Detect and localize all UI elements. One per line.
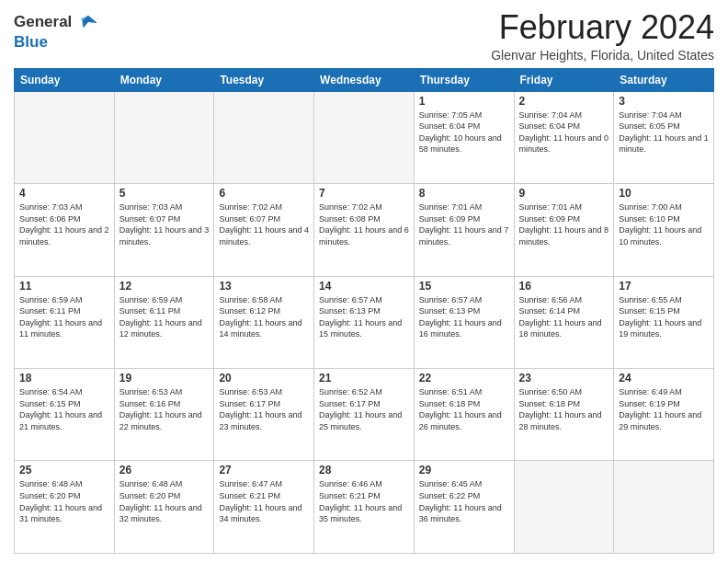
day-info: Sunrise: 6:52 AM Sunset: 6:17 PM Dayligh… (319, 386, 409, 432)
day-info: Sunrise: 7:02 AM Sunset: 6:08 PM Dayligh… (319, 201, 409, 247)
day-number: 27 (219, 464, 309, 477)
calendar-cell: 16Sunrise: 6:56 AM Sunset: 6:14 PM Dayli… (514, 276, 614, 368)
calendar-cell: 26Sunrise: 6:48 AM Sunset: 6:20 PM Dayli… (114, 461, 214, 554)
day-info: Sunrise: 7:01 AM Sunset: 6:09 PM Dayligh… (419, 201, 509, 247)
day-info: Sunrise: 6:51 AM Sunset: 6:18 PM Dayligh… (419, 386, 509, 432)
logo-line1: General (14, 13, 98, 33)
day-number: 6 (219, 187, 309, 200)
day-info: Sunrise: 6:48 AM Sunset: 6:20 PM Dayligh… (19, 478, 109, 524)
calendar-table: SundayMondayTuesdayWednesdayThursdayFrid… (14, 68, 714, 554)
calendar-cell: 20Sunrise: 6:53 AM Sunset: 6:17 PM Dayli… (214, 369, 314, 461)
day-number: 8 (419, 187, 509, 200)
calendar-cell: 6Sunrise: 7:02 AM Sunset: 6:07 PM Daylig… (214, 184, 314, 276)
column-header-wednesday: Wednesday (314, 68, 415, 91)
column-header-sunday: Sunday (15, 68, 115, 91)
day-number: 15 (419, 280, 509, 293)
day-number: 23 (519, 372, 609, 385)
day-info: Sunrise: 6:48 AM Sunset: 6:20 PM Dayligh… (119, 478, 210, 524)
day-number: 29 (419, 464, 509, 477)
calendar-cell: 11Sunrise: 6:59 AM Sunset: 6:11 PM Dayli… (15, 276, 115, 368)
calendar-cell: 13Sunrise: 6:58 AM Sunset: 6:12 PM Dayli… (214, 276, 314, 368)
column-header-friday: Friday (514, 68, 614, 91)
day-info: Sunrise: 6:59 AM Sunset: 6:11 PM Dayligh… (19, 294, 109, 340)
header: General Blue February 2024 Glenvar Heigh… (14, 9, 714, 63)
calendar-cell (614, 461, 714, 554)
day-number: 4 (19, 187, 109, 200)
calendar-cell: 1Sunrise: 7:05 AM Sunset: 6:04 PM Daylig… (414, 91, 514, 183)
calendar-cell: 28Sunrise: 6:46 AM Sunset: 6:21 PM Dayli… (314, 461, 415, 554)
day-info: Sunrise: 6:47 AM Sunset: 6:21 PM Dayligh… (219, 478, 309, 524)
calendar-cell: 10Sunrise: 7:00 AM Sunset: 6:10 PM Dayli… (614, 184, 714, 276)
day-number: 19 (119, 372, 210, 385)
day-number: 22 (419, 372, 509, 385)
day-info: Sunrise: 6:59 AM Sunset: 6:11 PM Dayligh… (119, 294, 210, 340)
calendar-cell: 7Sunrise: 7:02 AM Sunset: 6:08 PM Daylig… (314, 184, 415, 276)
calendar-cell: 12Sunrise: 6:59 AM Sunset: 6:11 PM Dayli… (114, 276, 214, 368)
calendar-cell: 23Sunrise: 6:50 AM Sunset: 6:18 PM Dayli… (514, 369, 614, 461)
logo-line2: Blue (14, 33, 98, 52)
day-number: 26 (119, 464, 210, 477)
calendar-cell: 17Sunrise: 6:55 AM Sunset: 6:15 PM Dayli… (614, 276, 714, 368)
week-row-5: 25Sunrise: 6:48 AM Sunset: 6:20 PM Dayli… (15, 461, 714, 554)
calendar-cell: 29Sunrise: 6:45 AM Sunset: 6:22 PM Dayli… (414, 461, 514, 554)
calendar-cell: 22Sunrise: 6:51 AM Sunset: 6:18 PM Dayli… (414, 369, 514, 461)
day-number: 17 (619, 280, 709, 293)
day-number: 18 (19, 372, 109, 385)
day-info: Sunrise: 6:57 AM Sunset: 6:13 PM Dayligh… (419, 294, 509, 340)
calendar-subtitle: Glenvar Heights, Florida, United States (491, 48, 714, 63)
column-header-monday: Monday (114, 68, 214, 91)
day-info: Sunrise: 7:01 AM Sunset: 6:09 PM Dayligh… (519, 201, 609, 247)
day-info: Sunrise: 6:53 AM Sunset: 6:17 PM Dayligh… (219, 386, 309, 432)
calendar-cell (114, 91, 214, 183)
calendar-body: 1Sunrise: 7:05 AM Sunset: 6:04 PM Daylig… (15, 91, 714, 553)
day-number: 28 (319, 464, 409, 477)
day-number: 1 (419, 95, 509, 108)
column-headers-row: SundayMondayTuesdayWednesdayThursdayFrid… (15, 68, 714, 91)
day-number: 13 (219, 280, 309, 293)
calendar-cell: 5Sunrise: 7:03 AM Sunset: 6:07 PM Daylig… (114, 184, 214, 276)
day-number: 14 (319, 280, 409, 293)
day-info: Sunrise: 7:04 AM Sunset: 6:04 PM Dayligh… (519, 109, 609, 155)
week-row-1: 1Sunrise: 7:05 AM Sunset: 6:04 PM Daylig… (15, 91, 714, 183)
day-number: 7 (319, 187, 409, 200)
day-info: Sunrise: 7:04 AM Sunset: 6:05 PM Dayligh… (619, 109, 709, 155)
calendar-cell: 19Sunrise: 6:53 AM Sunset: 6:16 PM Dayli… (114, 369, 214, 461)
week-row-3: 11Sunrise: 6:59 AM Sunset: 6:11 PM Dayli… (15, 276, 714, 368)
column-header-thursday: Thursday (414, 68, 514, 91)
calendar-cell: 9Sunrise: 7:01 AM Sunset: 6:09 PM Daylig… (514, 184, 614, 276)
calendar-cell (214, 91, 314, 183)
week-row-2: 4Sunrise: 7:03 AM Sunset: 6:06 PM Daylig… (15, 184, 714, 276)
day-info: Sunrise: 6:50 AM Sunset: 6:18 PM Dayligh… (519, 386, 609, 432)
day-number: 9 (519, 187, 609, 200)
calendar-cell: 3Sunrise: 7:04 AM Sunset: 6:05 PM Daylig… (614, 91, 714, 183)
day-info: Sunrise: 6:49 AM Sunset: 6:19 PM Dayligh… (619, 386, 709, 432)
day-info: Sunrise: 6:53 AM Sunset: 6:16 PM Dayligh… (119, 386, 210, 432)
logo: General Blue (14, 13, 98, 52)
logo-bird-icon (78, 13, 98, 33)
calendar-cell: 14Sunrise: 6:57 AM Sunset: 6:13 PM Dayli… (314, 276, 415, 368)
calendar-cell (15, 91, 115, 183)
day-number: 10 (619, 187, 709, 200)
calendar-title: February 2024 (491, 9, 714, 46)
day-info: Sunrise: 7:03 AM Sunset: 6:06 PM Dayligh… (19, 201, 109, 247)
day-number: 20 (219, 372, 309, 385)
calendar-cell: 25Sunrise: 6:48 AM Sunset: 6:20 PM Dayli… (15, 461, 115, 554)
day-number: 21 (319, 372, 409, 385)
page: General Blue February 2024 Glenvar Heigh… (0, 0, 728, 563)
day-info: Sunrise: 6:46 AM Sunset: 6:21 PM Dayligh… (319, 478, 409, 524)
column-header-saturday: Saturday (614, 68, 714, 91)
calendar-cell: 24Sunrise: 6:49 AM Sunset: 6:19 PM Dayli… (614, 369, 714, 461)
day-info: Sunrise: 7:02 AM Sunset: 6:07 PM Dayligh… (219, 201, 309, 247)
day-info: Sunrise: 6:57 AM Sunset: 6:13 PM Dayligh… (319, 294, 409, 340)
day-info: Sunrise: 6:55 AM Sunset: 6:15 PM Dayligh… (619, 294, 709, 340)
calendar-cell: 15Sunrise: 6:57 AM Sunset: 6:13 PM Dayli… (414, 276, 514, 368)
day-info: Sunrise: 7:05 AM Sunset: 6:04 PM Dayligh… (419, 109, 509, 155)
week-row-4: 18Sunrise: 6:54 AM Sunset: 6:15 PM Dayli… (15, 369, 714, 461)
day-number: 16 (519, 280, 609, 293)
calendar-cell (514, 461, 614, 554)
day-number: 24 (619, 372, 709, 385)
day-info: Sunrise: 6:45 AM Sunset: 6:22 PM Dayligh… (419, 478, 509, 524)
day-number: 2 (519, 95, 609, 108)
calendar-cell: 18Sunrise: 6:54 AM Sunset: 6:15 PM Dayli… (15, 369, 115, 461)
calendar-cell: 8Sunrise: 7:01 AM Sunset: 6:09 PM Daylig… (414, 184, 514, 276)
